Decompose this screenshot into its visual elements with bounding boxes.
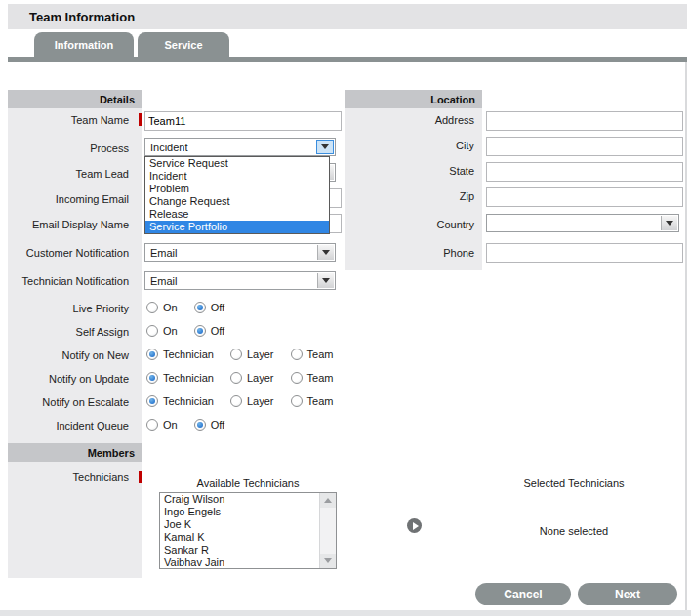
technician-list-item[interactable]: Kamal K	[160, 531, 336, 544]
notify-on-update-technician-radio[interactable]	[146, 372, 158, 384]
tab-information[interactable]: Information	[34, 32, 134, 57]
address-input[interactable]	[486, 111, 683, 131]
notify-on-escalate-technician-label: Technician	[163, 395, 214, 407]
live-priority-radio-group: On Off	[146, 301, 224, 314]
technician-list-item[interactable]: Vaibhav Jain	[160, 556, 336, 569]
process-chevron-down-icon[interactable]	[316, 140, 334, 154]
country-label: Country	[346, 219, 474, 230]
live-priority-label: Live Priority	[0, 303, 129, 314]
incident-queue-on-radio[interactable]	[146, 419, 158, 431]
phone-input[interactable]	[486, 243, 683, 263]
notify-on-update-technician-label: Technician	[163, 372, 214, 384]
notify-on-update-team-label: Team	[307, 372, 334, 384]
technician-list-item[interactable]: Sankar R	[160, 544, 336, 556]
process-option[interactable]: Release	[145, 208, 329, 221]
live-priority-on-radio[interactable]	[146, 302, 158, 313]
details-section-header: Details	[8, 90, 142, 108]
notify-on-update-team-radio[interactable]	[291, 372, 303, 384]
notify-on-escalate-team-label: Team	[307, 395, 334, 407]
location-section-title: Location	[430, 94, 475, 105]
self-assign-radio-group: On Off	[146, 324, 224, 338]
city-label: City	[346, 140, 474, 151]
notify-on-new-technician-radio[interactable]	[146, 349, 158, 360]
technician-list-item[interactable]: Craig Wilson	[160, 493, 336, 506]
notify-on-new-team-radio[interactable]	[291, 349, 303, 360]
team-name-input[interactable]	[144, 111, 342, 131]
technician-list-item[interactable]: Ingo Engels	[160, 506, 336, 518]
technician-notification-chevron-down-icon[interactable]	[317, 273, 334, 288]
incident-queue-radio-group: On Off	[146, 418, 224, 431]
notify-on-update-radio-group: Technician Layer Team	[146, 371, 333, 385]
notify-on-new-layer-radio[interactable]	[230, 349, 242, 360]
notify-on-escalate-layer-label: Layer	[247, 395, 274, 407]
team-information-page: Team Information Information Service Det…	[0, 0, 691, 616]
city-input[interactable]	[486, 137, 683, 156]
notify-on-new-radio-group: Technician Layer Team	[146, 348, 333, 361]
state-label: State	[346, 165, 474, 177]
process-option[interactable]: Change Request	[145, 195, 329, 208]
notify-on-new-team-label: Team	[307, 349, 334, 360]
live-priority-off-label: Off	[211, 302, 224, 313]
notify-on-new-label: Notify on New	[0, 349, 129, 361]
notify-on-escalate-label: Notify on Escalate	[0, 396, 129, 408]
selected-technicians-title: Selected Technicians	[478, 477, 670, 489]
listbox-scrollbar[interactable]	[319, 493, 336, 568]
customer-notification-select[interactable]: Email	[144, 243, 336, 262]
team-name-label: Team Name	[0, 114, 129, 126]
process-label: Process	[0, 143, 129, 154]
process-option[interactable]: Service Request	[145, 157, 329, 170]
incident-queue-off-radio[interactable]	[194, 419, 206, 431]
content-frame-border	[685, 62, 687, 610]
process-select[interactable]: Incident	[144, 138, 336, 156]
tab-strip	[8, 57, 687, 62]
incoming-email-label: Incoming Email	[0, 193, 129, 205]
tab-information-label: Information	[55, 39, 114, 51]
page-title: Team Information	[8, 10, 135, 24]
notify-on-update-layer-radio[interactable]	[230, 372, 242, 384]
available-technicians-title: Available Technicians	[159, 477, 337, 489]
technician-notification-select[interactable]: Email	[144, 271, 336, 290]
self-assign-off-radio[interactable]	[194, 325, 206, 337]
process-option[interactable]: Incident	[145, 170, 329, 183]
notify-on-escalate-layer-radio[interactable]	[230, 395, 242, 407]
footer-bar	[0, 610, 691, 616]
selected-technicians-empty-text: None selected	[478, 525, 670, 537]
members-section-title: Members	[88, 447, 135, 459]
scroll-up-icon[interactable]	[320, 493, 336, 508]
notify-on-new-layer-label: Layer	[247, 349, 274, 360]
process-option-highlighted[interactable]: Service Portfolio	[145, 221, 329, 233]
live-priority-off-radio[interactable]	[194, 302, 206, 313]
incident-queue-label: Incident Queue	[0, 420, 129, 431]
notify-on-escalate-technician-radio[interactable]	[146, 395, 158, 407]
live-priority-on-label: On	[163, 302, 178, 313]
technician-notification-value: Email	[150, 275, 178, 287]
customer-notification-value: Email	[150, 247, 178, 259]
scroll-down-icon[interactable]	[320, 554, 336, 568]
next-button[interactable]: Next	[578, 583, 677, 605]
notify-on-new-technician-label: Technician	[163, 349, 214, 360]
zip-input[interactable]	[486, 187, 683, 207]
technicians-label: Technicians	[0, 472, 129, 483]
available-technicians-listbox[interactable]: Craig Wilson Ingo Engels Joe K Kamal K S…	[159, 492, 337, 569]
self-assign-on-label: On	[163, 325, 178, 337]
country-select[interactable]	[486, 214, 679, 232]
tab-service[interactable]: Service	[138, 32, 229, 57]
customer-notification-label: Customer Notification	[0, 247, 129, 259]
cancel-button[interactable]: Cancel	[475, 583, 571, 605]
technician-list-item[interactable]: Joe K	[160, 518, 336, 531]
notify-on-escalate-team-radio[interactable]	[291, 395, 303, 407]
page-header: Team Information	[8, 4, 687, 29]
self-assign-on-radio[interactable]	[146, 325, 158, 337]
technicians-required-marker	[139, 471, 142, 483]
location-section-header: Location	[346, 90, 482, 108]
members-section-header: Members	[8, 443, 142, 462]
country-chevron-down-icon[interactable]	[661, 216, 677, 230]
process-option[interactable]: Problem	[145, 183, 329, 195]
state-input[interactable]	[486, 162, 683, 182]
process-selected-value: Incident	[150, 142, 188, 153]
move-right-button[interactable]	[407, 518, 422, 533]
self-assign-off-label: Off	[211, 325, 224, 337]
team-name-required-marker	[139, 113, 142, 126]
incident-queue-off-label: Off	[211, 419, 224, 431]
customer-notification-chevron-down-icon[interactable]	[317, 245, 334, 260]
